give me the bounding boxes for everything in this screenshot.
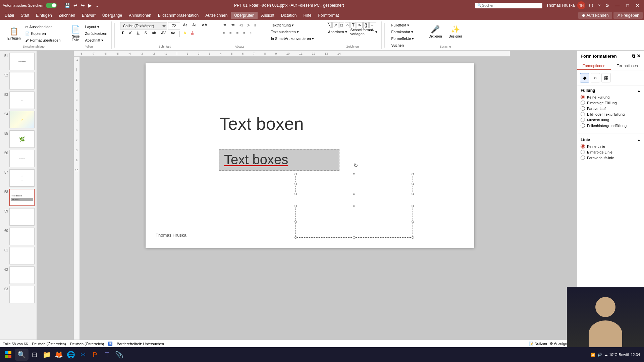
btn-smartart[interactable]: In SmartArt konvertieren ▾	[270, 36, 315, 42]
clear-format-btn[interactable]: ✕A	[200, 22, 209, 29]
close-panel-btn[interactable]: ✕	[637, 53, 641, 59]
search-input[interactable]	[482, 3, 536, 7]
handle-tl[interactable]	[294, 173, 297, 175]
inner-handle-ml[interactable]	[294, 221, 297, 223]
slide-thumb-55[interactable]: 55 🌿	[1, 130, 35, 148]
spacing-btn[interactable]: AV	[159, 30, 168, 38]
font-family-select[interactable]: Calibri (Textkörper)	[120, 22, 167, 29]
rp-icon-shape[interactable]: ○	[591, 73, 600, 82]
radio-farbverlaufslinie[interactable]: Farbverlaufslinie	[581, 156, 641, 160]
taskbar-teams[interactable]: T	[101, 349, 113, 361]
taskbar-firefox[interactable]: 🦊	[53, 349, 65, 361]
align-center-btn[interactable]: ≡	[227, 30, 233, 38]
shape-oval[interactable]: ○	[345, 22, 350, 28]
btn-aufzeichnen[interactable]: ⏺ Aufzeichnen	[578, 12, 612, 19]
btn-ausschneiden[interactable]: ✂Ausschneiden	[24, 24, 62, 30]
handle-bc[interactable]	[353, 193, 355, 195]
align-right-btn[interactable]: ≡	[234, 30, 240, 38]
radio-keine-fullung-input[interactable]	[581, 95, 585, 99]
slide-thumb-52[interactable]: 52	[1, 71, 35, 90]
btn-fullung[interactable]: Fülleffekt ▾	[390, 22, 416, 28]
handle-tc[interactable]	[353, 173, 355, 175]
inner-handle-tr[interactable]	[412, 205, 414, 207]
radio-einfarbige-fullung-input[interactable]	[581, 101, 585, 105]
tab-formoptionen[interactable]: Formoptionen	[577, 62, 611, 70]
slide-thumb-61[interactable]: 61	[1, 246, 35, 265]
radio-folienhintergrund-input[interactable]	[581, 123, 585, 128]
slide-preview-56[interactable]: — — —	[9, 150, 35, 167]
slide-preview-59[interactable]	[9, 208, 35, 226]
slide-text-box[interactable]: Text boxes	[219, 149, 339, 171]
align-left-btn[interactable]: ≡	[221, 30, 227, 38]
radio-keine-linie-input[interactable]	[581, 144, 585, 148]
line-spacing-btn[interactable]: ↕	[248, 30, 254, 38]
slide-preview-62[interactable]	[9, 266, 35, 284]
undo-icon[interactable]: ↩	[72, 2, 78, 9]
slide-thumb-56[interactable]: 56 — — —	[1, 149, 35, 168]
customize-icon[interactable]: ⌄	[94, 2, 100, 9]
maximize-btn[interactable]: □	[624, 2, 631, 9]
menu-animationen[interactable]: Animationen	[125, 12, 155, 19]
menu-ubergange[interactable]: Übergänge	[99, 12, 125, 19]
radio-farbverlauf[interactable]: Farbverlauf	[581, 106, 641, 111]
taskbar-explorer[interactable]: 📁	[41, 349, 53, 361]
inner-handle-br[interactable]	[412, 236, 414, 239]
taskbar-misc1[interactable]: 📎	[113, 349, 125, 361]
strikethrough-btn[interactable]: S	[143, 30, 149, 38]
slide-thumb-51[interactable]: 51 Text boxen	[1, 52, 35, 71]
radio-keine-linie[interactable]: Keine Linie	[581, 144, 641, 148]
menu-einfugen[interactable]: Einfügen	[33, 12, 55, 19]
btn-formkontur[interactable]: Formkontur ▾	[390, 29, 416, 35]
minimize-btn[interactable]: —	[613, 2, 622, 9]
font-size-input[interactable]	[168, 22, 180, 29]
rotation-handle[interactable]: ↻	[354, 162, 358, 169]
btn-zurucksetzen[interactable]: Zurücksetzen	[84, 31, 109, 37]
rp-icon-fill[interactable]: ◆	[580, 73, 589, 82]
radio-farbverlauf-input[interactable]	[581, 106, 585, 111]
slide-thumb-58[interactable]: 58 Text boxen Text boxes	[1, 188, 35, 207]
btn-text-ausrichten[interactable]: Text ausrichten ▾	[270, 29, 315, 35]
btn-formeffekte[interactable]: Formeffekte ▾	[390, 36, 416, 42]
menu-ansicht[interactable]: Ansicht	[258, 12, 277, 19]
canvas-area[interactable]: -8-7-6-5-4-3-2-1|1234567891011121314 -1|…	[37, 51, 577, 340]
slide-preview-54[interactable]: ⚡	[9, 111, 35, 128]
btn-textrichtung[interactable]: Textrichtung ▾	[270, 22, 315, 28]
btn-freigeben[interactable]: ↗ Freigeben	[613, 12, 643, 19]
btn-layout[interactable]: Layout ▾	[84, 24, 109, 30]
menu-uberprufen[interactable]: Überprüfen	[231, 12, 258, 19]
slide-text-main[interactable]: Text boxen	[219, 114, 304, 134]
inner-handle-mr[interactable]	[412, 221, 414, 223]
close-btn[interactable]: ✕	[634, 2, 641, 9]
share-icon[interactable]: ⬡	[588, 2, 594, 9]
rp-icon-effects[interactable]: ▦	[601, 73, 611, 82]
inner-handle-bc[interactable]	[353, 236, 355, 239]
slide-thumb-62[interactable]: 62	[1, 266, 35, 285]
notizen-btn[interactable]: 📝 Notizen	[529, 342, 547, 346]
radio-einfarbige-linie[interactable]: Einfarbige Linie	[581, 150, 641, 154]
btn-abschnitt[interactable]: Abschnitt ▾	[84, 37, 109, 43]
menu-aufzeichnen[interactable]: Aufzeichnen	[202, 12, 231, 19]
slide-preview-60[interactable]	[9, 228, 35, 245]
menu-formformat[interactable]: Formformat	[315, 12, 342, 19]
detach-btn[interactable]: ⧉	[632, 53, 635, 59]
bold-btn[interactable]: F	[120, 30, 126, 38]
shape-rect[interactable]: □	[339, 22, 344, 28]
save-icon[interactable]: 💾	[63, 2, 71, 9]
taskbar-search[interactable]: 🔍	[15, 349, 29, 361]
handle-br[interactable]	[412, 193, 414, 195]
italic-btn[interactable]: K	[127, 30, 133, 38]
menu-bildschirm[interactable]: Bildschirmpräsentation	[155, 12, 202, 19]
wifi-icon[interactable]: 📶	[591, 353, 595, 357]
radio-einfarbige-linie-input[interactable]	[581, 150, 585, 154]
menu-datei[interactable]: Datei	[1, 12, 17, 19]
slide-thumb-63[interactable]: 63	[1, 285, 35, 304]
autosave-toggle[interactable]	[46, 3, 57, 8]
slide-thumb-53[interactable]: 53 ···	[1, 91, 35, 110]
taskbar-chrome[interactable]: 🌐	[65, 349, 77, 361]
handle-bl[interactable]	[294, 193, 297, 195]
handle-mr[interactable]	[412, 183, 414, 185]
slide-thumb-54[interactable]: 54 ⚡	[1, 110, 35, 129]
inner-handle-tl[interactable]	[294, 205, 297, 207]
shadow-btn[interactable]: ab	[150, 30, 158, 38]
btn-neue-folie[interactable]: 📄 NeueFolie	[69, 24, 83, 43]
